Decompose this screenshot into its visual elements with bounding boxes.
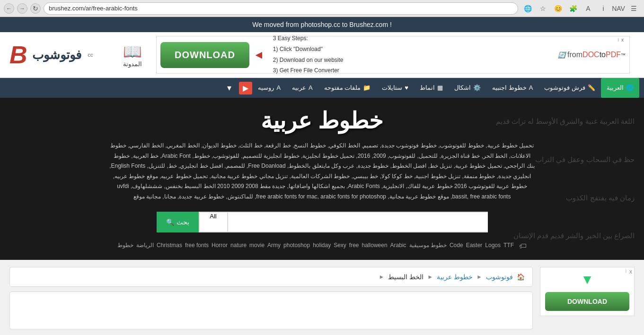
tag-ttf[interactable]: TTF [503, 242, 514, 250]
search-bar: 🔍 بحث All [157, 212, 488, 232]
youtube-icon: ▶ [243, 84, 248, 92]
tag-nature[interactable]: nature [230, 242, 247, 250]
site-name[interactable]: فوتوشوب [32, 48, 81, 62]
fromdoc-to: to [600, 51, 606, 59]
ad-step1: 3 Easy Steps: [273, 34, 553, 44]
nav-patterns-label: انماط [420, 78, 435, 98]
breadcrumb-sep3: ► [379, 274, 385, 280]
youtube-button[interactable]: ▶ [239, 82, 252, 94]
browser-icons: 🌐 ☆ 😊 🧩 A i NAV ☰ [521, 2, 640, 15]
ad-close-icon[interactable]: x [621, 37, 624, 43]
profile-icon[interactable]: A [582, 2, 595, 15]
search-button-label: بحث [176, 218, 189, 226]
menu-icon[interactable]: ☰ [627, 2, 640, 15]
main-content: 🏠 فوتوشوب ► خطوط عربية ► الخط البسيط ► x… [0, 260, 644, 335]
nav-files-icon: 📁 [363, 78, 371, 98]
ad-step3: 2) Download on our website [273, 55, 553, 66]
nav-shapes-icon: ⚙️ [473, 78, 481, 98]
tag-free-fonts[interactable]: free fonts [185, 242, 209, 250]
ad-download-button[interactable]: DOWNLOAD [160, 42, 249, 68]
nav-russian-label: روسيه [258, 78, 274, 98]
tag-photoshop[interactable]: photoshop [283, 242, 310, 250]
right-ad: x i ▼ DOWNLOAD [540, 267, 635, 316]
tag-christmas[interactable]: Christmas [157, 242, 182, 250]
tag-holiday[interactable]: holiday [313, 242, 331, 250]
tag-horror[interactable]: Horror [212, 242, 228, 250]
nav-shapes-label: اشكال [454, 78, 471, 98]
ad-step4: 3) Get Free File Converter [273, 66, 553, 76]
hero-description: تحميل خطوط عربية, خطوط للفوتوشوب, خطوط ف… [109, 141, 535, 202]
right-ad-download-button[interactable]: DOWNLOAD [545, 292, 629, 311]
info-icon[interactable]: i [597, 2, 610, 15]
nav-arabic-icon: 🌐 [626, 78, 634, 98]
home-icon: 🏠 [517, 273, 525, 281]
browser-bar: ← → ↻ brushez.com/ar/free-arabic-fonts 🌐… [0, 0, 644, 17]
nav-files-label: ملفات مفتوحه [324, 78, 361, 98]
logo-b-letter: B [9, 43, 27, 67]
breadcrumb-sep2: ► [427, 274, 433, 280]
search-button[interactable]: 🔍 بحث [157, 212, 199, 232]
nav-bar: 🌐 العربية ✏️ فرش فوتوشوب A خطوط اجنبيه ⚙… [0, 78, 644, 98]
url-text: brushez.com/ar/free-arabic-fonts [49, 5, 138, 12]
right-ad-info-icon[interactable]: i [626, 268, 626, 274]
content-left: 🏠 فوتوشوب ► خطوط عربية ► الخط البسيط ► [9, 267, 533, 329]
tag-icon: 🏷 [519, 242, 527, 250]
nav-item-arabic[interactable]: 🌐 العربية [601, 78, 639, 98]
nav-fonts-label: خطوط اجنبيه [492, 78, 527, 98]
tag-code[interactable]: Code [450, 242, 463, 250]
nav-item-open-files[interactable]: 📁 ملفات مفتوحه [318, 78, 377, 98]
nav-more-button[interactable]: ▾ [223, 83, 235, 93]
nav-patterns-icon: ▦ [437, 78, 443, 98]
tag-movie[interactable]: movie [249, 242, 265, 250]
star-icon[interactable]: ☆ [536, 2, 549, 15]
tag-arabic[interactable]: Arabic [390, 242, 406, 250]
tag-easter[interactable]: Easter [466, 242, 483, 250]
fromdoc-logo: 🔄 fromDOCtoPDF™ [558, 51, 626, 59]
tag-sexy[interactable]: Sexy [334, 242, 346, 250]
logo-area: B فوتوشوب cc [9, 43, 114, 67]
fromdoc-doc: DOC [582, 51, 600, 59]
tag-sports[interactable]: الرياضة [136, 242, 154, 250]
nav-item-brushes[interactable]: ✏️ فرش فوتوشوب [538, 78, 601, 98]
nav-item-russian[interactable]: A روسيه [252, 78, 286, 98]
site-header: B فوتوشوب cc 📖 المدونة i x DOWNLOAD ◄ 3 … [0, 32, 644, 78]
book-icon: 📖 [123, 43, 142, 60]
nav-arabic-label: العربية [607, 78, 624, 98]
search-input[interactable] [227, 212, 488, 232]
extensions-icon[interactable]: 🧩 [566, 2, 580, 15]
tag-army[interactable]: Army [267, 242, 281, 250]
breadcrumb-level1[interactable]: خطوط عربية [437, 273, 473, 281]
address-bar[interactable]: brushez.com/ar/free-arabic-fonts [44, 2, 518, 15]
translate-icon[interactable]: 🌐 [521, 2, 534, 15]
font-card [9, 292, 533, 329]
forward-button[interactable]: → [17, 3, 27, 14]
almadona-link[interactable]: 📖 المدونة [123, 43, 142, 68]
nav-arabic2-label: عربيه [292, 78, 306, 98]
tag-logos[interactable]: Logos [485, 242, 501, 250]
nav-icon[interactable]: NAV [612, 2, 625, 15]
nav-brushes-icon: ✏️ [588, 78, 595, 98]
almadona-label: المدونة [123, 60, 142, 68]
tag-halloween[interactable]: halloween [362, 242, 388, 250]
tag-fonts[interactable]: خطوط [117, 242, 133, 250]
nav-item-shapes[interactable]: ⚙️ اشكال [449, 78, 486, 98]
right-ad-close-icon[interactable]: x [629, 268, 632, 275]
ad-info-icon[interactable]: i [618, 37, 619, 43]
nav-fonts-icon: A [529, 78, 533, 98]
back-button[interactable]: ← [4, 3, 14, 14]
nav-item-patterns[interactable]: ▦ انماط [414, 78, 449, 98]
emoji-icon[interactable]: 😊 [551, 2, 565, 15]
breadcrumb-home[interactable]: فوتوشوب [486, 273, 513, 281]
nav-item-arabic2[interactable]: A عربيه [286, 78, 318, 98]
refresh-button[interactable]: ↻ [30, 3, 41, 14]
nav-item-styles[interactable]: ♥ ستايلات [376, 78, 414, 98]
search-icon: 🔍 [166, 218, 174, 226]
nav-styles-label: ستايلات [382, 78, 402, 98]
nav-item-foreign-fonts[interactable]: A خطوط اجنبيه [486, 78, 538, 98]
tag-music-fonts[interactable]: خطوط موسيقية [409, 242, 447, 250]
logo-cc: cc [88, 52, 93, 58]
tag-free[interactable]: free [349, 242, 359, 250]
ad-arrow-icon: ◄ [253, 48, 265, 61]
search-category-select[interactable]: All [199, 212, 227, 232]
hero-title: خطوط عربية [261, 107, 383, 134]
